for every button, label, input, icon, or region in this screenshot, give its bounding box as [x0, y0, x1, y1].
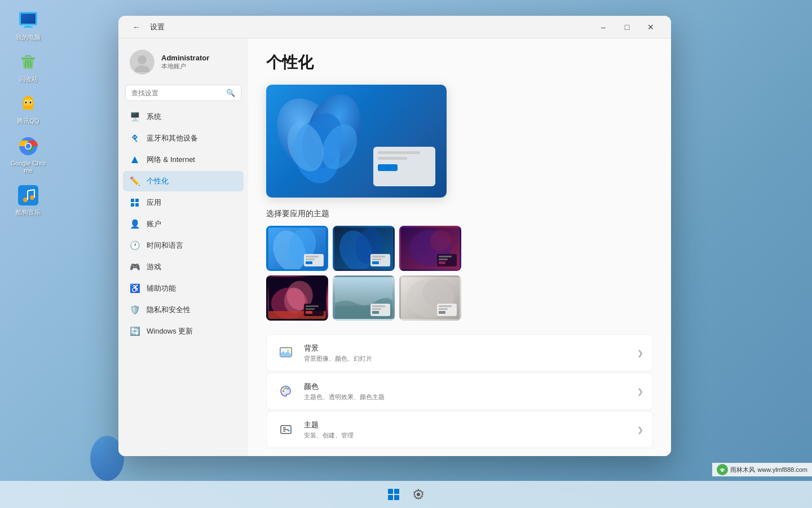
svg-rect-69 — [394, 489, 399, 494]
qq-label: 腾讯QQ — [17, 117, 39, 125]
preview-button — [378, 164, 398, 171]
settings-item-background[interactable]: 背景 背景图像、颜色、幻灯片 ❯ — [266, 334, 653, 371]
sidebar-item-bluetooth[interactable]: 蓝牙和其他设备 — [123, 128, 244, 148]
colors-title: 颜色 — [304, 382, 637, 392]
mini-bar-1 — [306, 256, 319, 257]
settings-item-colors[interactable]: 颜色 主题色、透明效果、颜色主题 ❯ — [266, 373, 653, 410]
theme-2-overlay — [370, 254, 390, 266]
mini-bar-4 — [372, 259, 381, 260]
recycle-bin-label: 回收站 — [19, 76, 38, 83]
sidebar-item-accessibility-label: 辅助功能 — [147, 283, 176, 294]
colors-desc: 主题色、透明效果、颜色主题 — [304, 393, 637, 401]
ylmf-logo — [717, 464, 728, 475]
sidebar-item-personalization[interactable]: ✏️ 个性化 — [123, 171, 244, 191]
close-button[interactable]: ✕ — [639, 18, 662, 36]
sidebar-item-privacy[interactable]: 🛡️ 隐私和安全性 — [123, 300, 244, 320]
settings-taskbar-icon — [413, 489, 424, 500]
mini-bar-2 — [306, 259, 315, 260]
svg-rect-2 — [25, 25, 31, 27]
sidebar-item-network[interactable]: 网络 & Internet — [123, 150, 244, 170]
sidebar-item-time-label: 时间和语言 — [147, 240, 183, 251]
settings-window: ← 设置 – □ ✕ Administrator 本地账户 — [118, 16, 671, 456]
svg-point-26 — [135, 65, 149, 72]
mini-bar-7 — [306, 305, 319, 307]
svg-line-9 — [30, 60, 31, 67]
svg-point-63 — [287, 388, 289, 390]
window-title: 设置 — [150, 22, 165, 32]
svg-rect-30 — [131, 203, 134, 207]
svg-point-15 — [30, 102, 32, 104]
bluetooth-icon — [130, 133, 140, 143]
sidebar-item-gaming[interactable]: 🎮 游戏 — [123, 257, 244, 277]
desktop-icon-chrome[interactable]: Google Chrome — [6, 132, 51, 178]
svg-rect-70 — [388, 495, 393, 500]
mini-btn-1 — [306, 261, 312, 264]
chrome-icon — [17, 135, 39, 157]
desktop-icon-recycle-bin[interactable]: 回收站 — [6, 47, 51, 86]
settings-item-themes[interactable]: 主题 安装、创建、管理 ❯ — [266, 411, 653, 448]
theme-card-light-gray[interactable] — [399, 275, 461, 321]
theme-card-dark[interactable] — [333, 226, 395, 271]
sidebar-item-accessibility[interactable]: ♿ 辅助功能 — [123, 278, 244, 299]
svg-point-61 — [284, 388, 285, 390]
chrome-label: Google Chrome — [9, 160, 47, 174]
sidebar-item-time[interactable]: 🕐 时间和语言 — [123, 235, 244, 256]
recycle-icon — [17, 51, 39, 73]
svg-point-62 — [285, 387, 287, 389]
theme-card-nature[interactable] — [333, 275, 395, 321]
svg-point-59 — [287, 349, 289, 352]
theme-5-overlay — [370, 304, 390, 316]
theme-preview — [266, 85, 447, 198]
sidebar: Administrator 本地账户 🔍 🖥️ 系统 — [118, 38, 248, 456]
themes-title: 主题 — [304, 420, 637, 430]
theme-4-overlay — [304, 304, 324, 316]
maximize-button[interactable]: □ — [616, 18, 638, 36]
desktop-icon-my-computer[interactable]: 我的电脑 — [6, 6, 51, 45]
theme-section-label: 选择要应用的主题 — [266, 209, 653, 219]
desktop-icon-music[interactable]: 酷狗音乐 — [6, 181, 51, 220]
back-button[interactable]: ← — [127, 18, 145, 36]
minimize-button[interactable]: – — [592, 18, 615, 36]
monitor-icon — [17, 9, 39, 32]
theme-1-overlay — [304, 254, 324, 266]
theme-card-dark-floral[interactable] — [266, 275, 328, 321]
svg-point-50 — [284, 288, 305, 314]
svg-rect-6 — [21, 58, 35, 59]
window-titlebar: ← 设置 – □ ✕ — [118, 16, 671, 38]
desktop-icon-qq[interactable]: 腾讯QQ — [6, 89, 51, 128]
sidebar-item-windows-update[interactable]: 🔄 Windows 更新 — [123, 321, 244, 341]
windows-logo — [387, 488, 400, 501]
svg-rect-31 — [135, 203, 139, 207]
network-icon — [130, 155, 140, 165]
mini-bar-12 — [439, 308, 448, 310]
system-icon: 🖥️ — [130, 112, 140, 122]
svg-rect-68 — [388, 489, 393, 494]
start-button[interactable] — [382, 483, 405, 506]
main-content: 个性化 — [248, 38, 671, 456]
search-box[interactable]: 🔍 — [125, 85, 241, 101]
background-title: 背景 — [304, 343, 637, 353]
taskbar-settings-button[interactable] — [407, 483, 430, 506]
accessibility-icon: ♿ — [130, 283, 140, 294]
user-profile[interactable]: Administrator 本地账户 — [123, 45, 244, 84]
svg-rect-5 — [21, 14, 36, 24]
mini-btn-5 — [372, 311, 379, 314]
settings-list: 背景 背景图像、颜色、幻灯片 ❯ 颜色 主题色、透明效果、颜色主题 — [266, 334, 653, 448]
background-chevron: ❯ — [637, 349, 643, 357]
ylmf-url-text: www.ylmf888.com — [757, 466, 807, 473]
sidebar-item-system[interactable]: 🖥️ 系统 — [123, 107, 244, 127]
background-icon — [276, 343, 296, 363]
sidebar-item-accounts-label: 账户 — [147, 219, 161, 229]
gaming-icon: 🎮 — [130, 262, 140, 272]
theme-card-light[interactable] — [266, 226, 328, 271]
theme-card-purple[interactable] — [399, 226, 461, 271]
mini-bar-10 — [372, 308, 381, 310]
taskbar-center — [382, 483, 430, 506]
theme-3-overlay — [437, 254, 457, 266]
search-input[interactable] — [131, 89, 223, 97]
themes-icon — [276, 419, 296, 440]
mini-bar-5 — [439, 256, 452, 257]
svg-point-14 — [25, 102, 27, 104]
sidebar-item-apps[interactable]: 应用 — [123, 192, 244, 213]
sidebar-item-accounts[interactable]: 👤 账户 — [123, 214, 244, 234]
